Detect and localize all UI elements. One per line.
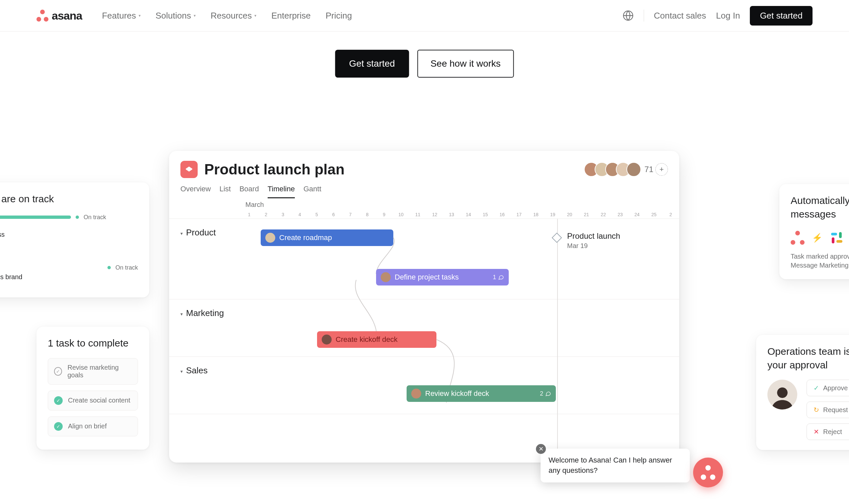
avatar[interactable]	[627, 162, 641, 177]
logo[interactable]: asana	[36, 9, 82, 22]
chevron-down-icon: ▾	[254, 13, 256, 18]
see-how-it-works-button[interactable]: See how it works	[417, 50, 514, 77]
bolt-icon: ⚡	[812, 233, 823, 243]
close-icon: ✕	[814, 428, 819, 436]
day: 9	[376, 212, 393, 218]
month-label: March	[169, 198, 679, 209]
request-change-button[interactable]: ↻Request change	[807, 401, 849, 418]
milestone-label: Product launch	[567, 231, 620, 241]
get-started-hero-button[interactable]: Get started	[335, 50, 409, 77]
day: 11	[409, 212, 426, 218]
day: 13	[443, 212, 460, 218]
card-approval: Operations team is waiting for your appr…	[756, 335, 849, 450]
chat-fab-button[interactable]	[693, 457, 723, 487]
day: 7	[342, 212, 359, 218]
task-item[interactable]: ✓ Create social content	[48, 391, 138, 411]
section-name: Marketing	[186, 308, 224, 318]
milestone-date: Mar 19	[567, 242, 588, 250]
collapse-icon[interactable]: ▾	[180, 231, 183, 236]
site-header: asana Features▾ Solutions▾ Resources▾ En…	[0, 0, 849, 32]
slack-icon	[830, 231, 844, 245]
task-bar-define-tasks[interactable]: Define project tasks 1	[376, 269, 509, 286]
nav-label: Resources	[211, 11, 252, 21]
nav-pricing[interactable]: Pricing	[326, 11, 352, 21]
avatar	[322, 335, 332, 344]
day: 23	[612, 212, 629, 218]
nav-solutions[interactable]: Solutions▾	[156, 11, 196, 21]
logo-word: asana	[52, 9, 82, 22]
svg-point-1	[777, 388, 788, 398]
login-link[interactable]: Log In	[716, 11, 740, 21]
day: 15	[477, 212, 494, 218]
nav-enterprise[interactable]: Enterprise	[271, 11, 311, 21]
day: 3	[275, 212, 291, 218]
task-bar-create-roadmap[interactable]: Create roadmap	[261, 230, 393, 246]
chat-popup[interactable]: ✕ Welcome to Asana! Can I help answer an…	[541, 449, 690, 483]
asana-logo-icon	[791, 231, 805, 245]
day: 10	[393, 212, 410, 218]
card-title: Operations team is waiting for your appr…	[767, 345, 849, 372]
task-label: Review kickoff deck	[425, 389, 489, 398]
nav-label: Solutions	[156, 11, 191, 21]
task-label: Create kickoff deck	[336, 335, 398, 344]
tab-gantt[interactable]: Gantt	[304, 185, 321, 198]
section-sales: ▾ Sales Review kickoff deck 2	[169, 357, 679, 414]
member-avatars: 71 +	[588, 162, 668, 177]
tab-timeline[interactable]: Timeline	[268, 185, 295, 198]
reject-button[interactable]: ✕Reject	[807, 424, 849, 440]
check-complete-icon[interactable]: ✓	[54, 396, 63, 405]
avatar	[381, 272, 391, 282]
check-icon: ✓	[814, 384, 819, 392]
card-title: se goals are on track	[0, 192, 138, 206]
section-label: ▾ Sales	[169, 365, 241, 405]
task-item[interactable]: ✓ Revise marketing goals	[48, 358, 138, 385]
status-dot-icon	[107, 266, 111, 269]
day: 20	[561, 212, 578, 218]
project-icon	[180, 161, 198, 178]
task-bar-kickoff-deck[interactable]: Create kickoff deck	[317, 331, 436, 348]
demo-tabs: Overview List Board Timeline Gantt	[169, 178, 679, 198]
refresh-icon: ↻	[814, 406, 819, 414]
nav-resources[interactable]: Resources▾	[211, 11, 256, 21]
section-product: ▾ Product Create roadmap Define project …	[169, 219, 679, 300]
check-complete-icon[interactable]: ✓	[54, 422, 63, 431]
avatar	[265, 233, 275, 243]
collapse-icon[interactable]: ▾	[180, 311, 183, 317]
day: 4	[291, 212, 308, 218]
card-tasks: 1 task to complete ✓ Revise marketing go…	[36, 327, 149, 450]
avatar	[767, 380, 797, 410]
check-empty-icon[interactable]: ✓	[54, 367, 62, 376]
day-ruler: 1 2 3 4 5 6 7 8 9 10 11 12 13 14 15 16 1…	[169, 212, 679, 219]
task-label: Define project tasks	[395, 273, 459, 282]
main-nav: Features▾ Solutions▾ Resources▾ Enterpri…	[102, 11, 352, 21]
tab-list[interactable]: List	[219, 185, 231, 198]
tab-board[interactable]: Board	[239, 185, 259, 198]
demo-header: Product launch plan 71 +	[169, 151, 679, 178]
collapse-icon[interactable]: ▾	[180, 369, 183, 374]
approve-button[interactable]: ✓Approve	[807, 380, 849, 396]
nav-features[interactable]: Features▾	[102, 11, 141, 21]
comment-count: 2	[540, 390, 551, 397]
day: 14	[460, 212, 477, 218]
goal-label: e our business	[0, 231, 138, 238]
globe-icon[interactable]	[622, 10, 634, 21]
tab-overview[interactable]: Overview	[180, 185, 211, 198]
task-bar-review-kickoff[interactable]: Review kickoff deck 2	[407, 385, 556, 402]
day: 18	[527, 212, 544, 218]
chat-close-button[interactable]: ✕	[536, 444, 546, 454]
milestone-icon[interactable]	[552, 232, 562, 243]
task-item[interactable]: ✓ Align on brief	[48, 416, 138, 436]
day: 6	[325, 212, 342, 218]
timeline-sections: ▾ Product Create roadmap Define project …	[169, 219, 679, 414]
day: 22	[595, 212, 612, 218]
section-name: Product	[186, 228, 216, 238]
nav-label: Pricing	[326, 11, 352, 21]
get-started-header-button[interactable]: Get started	[750, 6, 813, 25]
contact-sales-link[interactable]: Contact sales	[654, 11, 706, 21]
status-text: On track	[115, 264, 138, 271]
day: 21	[578, 212, 595, 218]
asana-logo-icon	[701, 465, 715, 480]
task-label: Create social content	[68, 397, 130, 404]
add-member-button[interactable]: +	[655, 163, 668, 176]
button-label: Approve	[823, 384, 848, 392]
